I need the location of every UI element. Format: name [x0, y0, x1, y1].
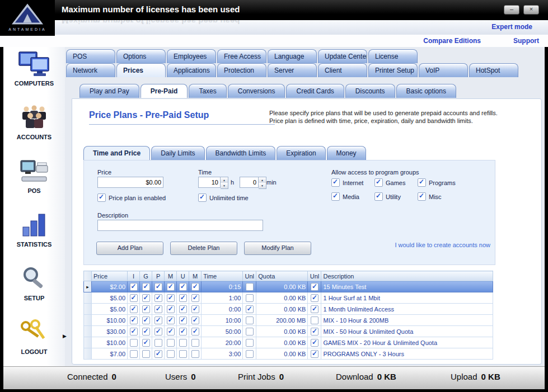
subtab-play-and-pay[interactable]: Play and Pay — [79, 84, 139, 98]
checkbox-utility[interactable]: Utility — [374, 192, 418, 201]
tab-protection[interactable]: Protection — [217, 63, 266, 77]
sidebar-expand-arrow[interactable]: ▶ — [63, 333, 547, 339]
checkbox-mark[interactable] — [154, 350, 162, 358]
checkbox-mark[interactable] — [130, 317, 138, 324]
sidebar-item-statistics[interactable]: STATISTICS — [3, 208, 65, 262]
hours-decrement-button[interactable]: ▼ — [221, 183, 228, 188]
checkbox-mark[interactable] — [154, 317, 162, 324]
inner-tab-daily-limits[interactable]: Daily Limits — [151, 146, 204, 160]
checkbox-mark[interactable] — [154, 305, 162, 313]
sidebar-item-pos[interactable]: POS — [3, 154, 65, 208]
tab-server[interactable]: Server — [268, 63, 317, 77]
checkbox-mark[interactable] — [191, 317, 199, 324]
inner-tab-bandwidth-limits[interactable]: Bandwidth Limits — [206, 146, 276, 160]
checkbox-mark[interactable] — [246, 305, 254, 313]
checkbox-mark[interactable] — [142, 317, 150, 324]
checkbox-mark[interactable] — [167, 350, 175, 358]
checkbox-internet[interactable]: Internet — [331, 178, 374, 187]
checkbox-programs[interactable]: Programs — [418, 178, 468, 187]
tab-network[interactable]: Network — [66, 63, 115, 77]
checkbox-mark[interactable] — [179, 350, 187, 358]
inner-tab-money[interactable]: Money — [327, 146, 366, 160]
minutes-input[interactable] — [240, 177, 259, 188]
create-accounts-link[interactable]: I would like to create accounts now — [395, 242, 490, 248]
checkbox-mark[interactable] — [167, 339, 175, 347]
column-header-i[interactable]: I — [128, 271, 140, 281]
checkbox-mark[interactable] — [246, 283, 254, 291]
compare-editions-link[interactable]: Compare Editions — [423, 37, 481, 45]
checkbox-mark[interactable] — [142, 350, 150, 358]
delete-plan-button[interactable]: Delete Plan — [170, 242, 237, 255]
column-header-description[interactable]: Description — [321, 271, 493, 281]
add-plan-button[interactable]: Add Plan — [96, 242, 163, 255]
checkbox-mark[interactable] — [418, 192, 426, 201]
hours-input[interactable] — [198, 177, 221, 188]
checkbox-mark[interactable] — [130, 350, 138, 358]
sidebar-item-accounts[interactable]: ACCOUNTS — [3, 101, 65, 154]
checkbox-mark[interactable] — [179, 317, 187, 324]
checkbox-mark[interactable] — [311, 350, 319, 358]
checkbox-media[interactable]: Media — [331, 192, 374, 201]
checkbox-mark[interactable] — [154, 339, 162, 347]
checkbox-mark[interactable] — [179, 339, 187, 347]
checkbox-mark[interactable] — [142, 305, 150, 313]
column-header-u[interactable]: U — [177, 271, 189, 281]
tab-prices[interactable]: Prices — [116, 63, 166, 77]
minutes-increment-button[interactable]: ▲ — [259, 177, 266, 183]
tab-update-center[interactable]: Update Center — [318, 49, 367, 63]
tab-language[interactable]: Language — [268, 49, 317, 63]
modify-plan-button[interactable]: Modify Plan — [244, 242, 311, 255]
subtab-taxes[interactable]: Taxes — [189, 84, 226, 98]
checkbox-mark[interactable] — [311, 339, 319, 347]
column-header-unl[interactable]: Unl — [243, 271, 256, 281]
checkbox-games[interactable]: Games — [374, 178, 418, 187]
checkbox-mark[interactable] — [179, 294, 187, 302]
checkbox-mark[interactable] — [142, 294, 150, 302]
checkbox-mark[interactable] — [331, 178, 340, 187]
checkbox-mark[interactable] — [191, 283, 199, 291]
subtab-basic-options[interactable]: Basic options — [396, 84, 456, 98]
table-row[interactable]: $5.000:000.00 KB1 Month Unlimited Access — [84, 304, 493, 315]
checkbox-mark[interactable] — [191, 305, 199, 313]
checkbox-misc[interactable]: Misc — [418, 192, 468, 201]
subtab-pre-paid[interactable]: Pre-Paid — [140, 84, 188, 98]
checkbox-mark[interactable] — [191, 339, 199, 347]
checkbox-mark[interactable] — [331, 192, 340, 201]
checkbox-mark[interactable] — [142, 283, 150, 291]
minimize-button[interactable]: – — [504, 5, 519, 15]
column-header-unl-2[interactable]: Unl — [308, 271, 321, 281]
unlimited-time-checkbox[interactable]: Unlimited time — [198, 193, 249, 202]
checkbox-mark[interactable] — [130, 305, 138, 313]
checkbox-mark[interactable] — [167, 283, 175, 291]
checkbox-mark[interactable] — [246, 350, 254, 358]
minutes-spinner[interactable]: ▲ ▼ — [240, 177, 266, 189]
checkbox-mark[interactable] — [311, 317, 319, 324]
checkbox-mark[interactable] — [246, 339, 254, 347]
checkbox-mark[interactable] — [179, 305, 187, 313]
tab-printer-setup[interactable]: Printer Setup — [368, 63, 418, 77]
checkbox-mark[interactable] — [130, 283, 138, 291]
checkbox-mark[interactable] — [130, 294, 138, 302]
tab-hotspot[interactable]: HotSpot — [469, 63, 518, 77]
table-row[interactable]: $7.003:000.00 KBPROGRAMS ONLY - 3 Hours — [84, 348, 493, 360]
checkbox-mark[interactable] — [191, 350, 199, 358]
tab-employees[interactable]: Employees — [167, 49, 216, 63]
checkbox-mark[interactable] — [191, 294, 199, 302]
minutes-decrement-button[interactable]: ▼ — [259, 183, 266, 188]
column-header-price[interactable]: Price — [92, 271, 128, 281]
price-input[interactable] — [97, 177, 163, 188]
checkbox-mark[interactable] — [142, 339, 150, 347]
price-plan-enabled-checkbox[interactable]: Price plan is enabled — [97, 193, 166, 202]
checkbox-mark[interactable] — [311, 305, 319, 313]
tab-voip[interactable]: VoIP — [419, 63, 468, 77]
column-header-m[interactable]: M — [165, 271, 177, 281]
checkbox-mark[interactable] — [246, 317, 254, 324]
inner-tab-time-and-price[interactable]: Time and Price — [83, 146, 150, 160]
column-header-g[interactable]: G — [140, 271, 152, 281]
checkbox-mark[interactable] — [154, 283, 162, 291]
tab-client[interactable]: Client — [318, 63, 367, 77]
column-header-quota[interactable]: Quota — [256, 271, 308, 281]
checkbox-mark[interactable] — [167, 294, 175, 302]
table-row[interactable]: $10.0010:00200.00 MBMIX - 10 Hour & 200M… — [84, 315, 493, 326]
tab-free-access[interactable]: Free Access — [217, 49, 266, 63]
